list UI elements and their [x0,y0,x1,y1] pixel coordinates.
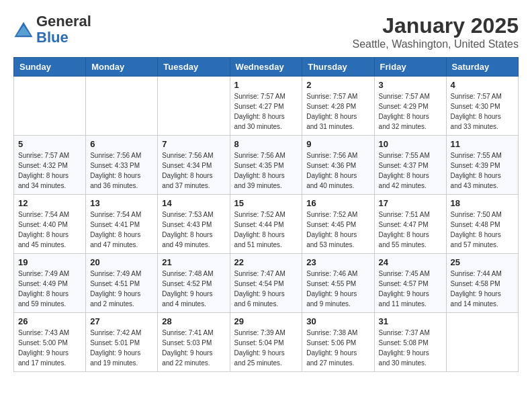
month-title: January 2025 [352,13,519,38]
day-number: 19 [18,257,81,267]
calendar-cell: 2Sunrise: 7:57 AM Sunset: 4:28 PM Daylig… [302,77,374,136]
day-info: Sunrise: 7:53 AM Sunset: 4:43 PM Dayligh… [162,210,225,250]
day-info: Sunrise: 7:56 AM Sunset: 4:33 PM Dayligh… [90,150,153,191]
calendar-cell: 11Sunrise: 7:55 AM Sunset: 4:39 PM Dayli… [446,136,518,195]
calendar-cell: 13Sunrise: 7:54 AM Sunset: 4:41 PM Dayli… [86,195,158,254]
logo-blue: Blue [36,29,69,46]
day-number: 23 [306,257,369,267]
day-number: 2 [306,80,369,90]
day-info: Sunrise: 7:41 AM Sunset: 5:03 PM Dayligh… [162,328,225,368]
day-number: 28 [162,316,225,326]
day-info: Sunrise: 7:51 AM Sunset: 4:47 PM Dayligh… [379,210,442,250]
calendar-cell: 25Sunrise: 7:44 AM Sunset: 4:58 PM Dayli… [446,254,518,313]
day-number: 21 [162,257,225,267]
day-number: 4 [451,80,514,90]
day-info: Sunrise: 7:54 AM Sunset: 4:40 PM Dayligh… [18,210,81,250]
title-block: January 2025 Seattle, Washington, United… [352,13,519,50]
day-info: Sunrise: 7:57 AM Sunset: 4:28 PM Dayligh… [306,91,369,132]
day-info: Sunrise: 7:54 AM Sunset: 4:41 PM Dayligh… [90,210,153,250]
calendar-week-row: 19Sunrise: 7:49 AM Sunset: 4:49 PM Dayli… [14,254,519,313]
calendar-cell: 20Sunrise: 7:49 AM Sunset: 4:51 PM Dayli… [86,254,158,313]
day-number: 25 [451,257,514,267]
day-info: Sunrise: 7:57 AM Sunset: 4:27 PM Dayligh… [234,91,298,132]
day-info: Sunrise: 7:55 AM Sunset: 4:37 PM Dayligh… [379,150,442,191]
day-info: Sunrise: 7:47 AM Sunset: 4:54 PM Dayligh… [234,269,298,309]
day-info: Sunrise: 7:49 AM Sunset: 4:51 PM Dayligh… [90,269,153,309]
weekday-header-monday: Monday [86,58,158,77]
weekday-header-thursday: Thursday [302,58,374,77]
weekday-header-tuesday: Tuesday [158,58,230,77]
calendar-week-row: 26Sunrise: 7:43 AM Sunset: 5:00 PM Dayli… [14,313,519,372]
calendar-cell: 22Sunrise: 7:47 AM Sunset: 4:54 PM Dayli… [230,254,302,313]
day-info: Sunrise: 7:43 AM Sunset: 5:00 PM Dayligh… [18,328,81,368]
day-info: Sunrise: 7:48 AM Sunset: 4:52 PM Dayligh… [162,269,225,309]
day-number: 30 [306,316,369,326]
day-info: Sunrise: 7:57 AM Sunset: 4:32 PM Dayligh… [18,150,81,191]
day-number: 5 [18,139,81,149]
day-info: Sunrise: 7:50 AM Sunset: 4:48 PM Dayligh… [451,210,514,250]
day-number: 3 [379,80,442,90]
weekday-header-sunday: Sunday [14,58,86,77]
day-number: 22 [234,257,298,267]
day-info: Sunrise: 7:57 AM Sunset: 4:29 PM Dayligh… [379,91,442,132]
calendar-cell: 23Sunrise: 7:46 AM Sunset: 4:55 PM Dayli… [302,254,374,313]
day-info: Sunrise: 7:49 AM Sunset: 4:49 PM Dayligh… [18,269,81,309]
day-info: Sunrise: 7:57 AM Sunset: 4:30 PM Dayligh… [451,91,514,132]
weekday-header-friday: Friday [374,58,446,77]
day-number: 12 [18,198,81,208]
calendar-table: SundayMondayTuesdayWednesdayThursdayFrid… [13,57,519,372]
weekday-header-wednesday: Wednesday [230,58,302,77]
day-info: Sunrise: 7:39 AM Sunset: 5:04 PM Dayligh… [234,328,298,368]
day-number: 1 [234,80,298,90]
calendar-cell: 3Sunrise: 7:57 AM Sunset: 4:29 PM Daylig… [374,77,446,136]
day-info: Sunrise: 7:56 AM Sunset: 4:36 PM Dayligh… [306,150,369,191]
day-number: 10 [379,139,442,149]
logo: General Blue [13,13,91,46]
calendar-cell: 26Sunrise: 7:43 AM Sunset: 5:00 PM Dayli… [14,313,86,372]
calendar-cell: 7Sunrise: 7:56 AM Sunset: 4:34 PM Daylig… [158,136,230,195]
calendar-cell: 18Sunrise: 7:50 AM Sunset: 4:48 PM Dayli… [446,195,518,254]
day-info: Sunrise: 7:55 AM Sunset: 4:39 PM Dayligh… [451,150,514,191]
day-number: 31 [379,316,442,326]
calendar-cell: 31Sunrise: 7:37 AM Sunset: 5:08 PM Dayli… [374,313,446,372]
day-number: 29 [234,316,298,326]
day-info: Sunrise: 7:46 AM Sunset: 4:55 PM Dayligh… [306,269,369,309]
logo-text: General Blue [36,13,91,46]
calendar-cell [446,313,518,372]
day-number: 14 [162,198,225,208]
calendar-cell [158,77,230,136]
day-info: Sunrise: 7:52 AM Sunset: 4:44 PM Dayligh… [234,210,298,250]
calendar-cell [86,77,158,136]
calendar-cell: 16Sunrise: 7:52 AM Sunset: 4:45 PM Dayli… [302,195,374,254]
calendar-cell: 29Sunrise: 7:39 AM Sunset: 5:04 PM Dayli… [230,313,302,372]
calendar-cell: 12Sunrise: 7:54 AM Sunset: 4:40 PM Dayli… [14,195,86,254]
calendar-cell: 5Sunrise: 7:57 AM Sunset: 4:32 PM Daylig… [14,136,86,195]
calendar-week-row: 12Sunrise: 7:54 AM Sunset: 4:40 PM Dayli… [14,195,519,254]
calendar-cell: 24Sunrise: 7:45 AM Sunset: 4:57 PM Dayli… [374,254,446,313]
day-number: 20 [90,257,153,267]
day-number: 15 [234,198,298,208]
calendar-cell: 27Sunrise: 7:42 AM Sunset: 5:01 PM Dayli… [86,313,158,372]
day-number: 7 [162,139,225,149]
day-info: Sunrise: 7:42 AM Sunset: 5:01 PM Dayligh… [90,328,153,368]
day-number: 11 [451,139,514,149]
day-number: 16 [306,198,369,208]
day-number: 17 [379,198,442,208]
day-number: 18 [451,198,514,208]
day-info: Sunrise: 7:37 AM Sunset: 5:08 PM Dayligh… [379,328,442,368]
day-info: Sunrise: 7:56 AM Sunset: 4:35 PM Dayligh… [234,150,298,191]
day-info: Sunrise: 7:52 AM Sunset: 4:45 PM Dayligh… [306,210,369,250]
calendar-cell: 30Sunrise: 7:38 AM Sunset: 5:06 PM Dayli… [302,313,374,372]
day-number: 27 [90,316,153,326]
calendar-cell: 9Sunrise: 7:56 AM Sunset: 4:36 PM Daylig… [302,136,374,195]
calendar-cell: 14Sunrise: 7:53 AM Sunset: 4:43 PM Dayli… [158,195,230,254]
day-number: 24 [379,257,442,267]
calendar-cell: 8Sunrise: 7:56 AM Sunset: 4:35 PM Daylig… [230,136,302,195]
calendar-cell: 4Sunrise: 7:57 AM Sunset: 4:30 PM Daylig… [446,77,518,136]
day-info: Sunrise: 7:56 AM Sunset: 4:34 PM Dayligh… [162,150,225,191]
calendar-cell: 10Sunrise: 7:55 AM Sunset: 4:37 PM Dayli… [374,136,446,195]
day-number: 9 [306,139,369,149]
logo-general: General [36,13,91,30]
calendar-cell: 28Sunrise: 7:41 AM Sunset: 5:03 PM Dayli… [158,313,230,372]
calendar-cell: 6Sunrise: 7:56 AM Sunset: 4:33 PM Daylig… [86,136,158,195]
